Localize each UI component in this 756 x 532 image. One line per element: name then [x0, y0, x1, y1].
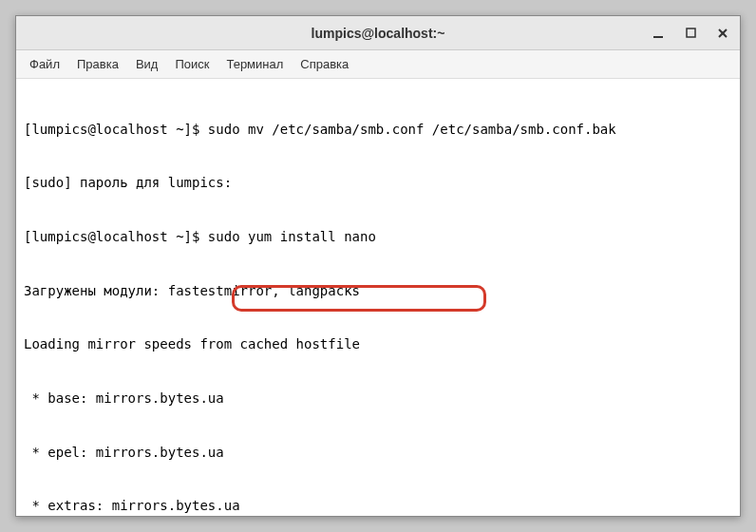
menu-file[interactable]: Файл: [22, 53, 67, 75]
menu-view[interactable]: Вид: [128, 53, 166, 75]
maximize-button[interactable]: [681, 24, 700, 43]
menu-help[interactable]: Справка: [293, 53, 356, 75]
window-controls: [649, 24, 732, 43]
terminal-line: [lumpics@localhost ~]$ sudo yum install …: [24, 228, 732, 246]
terminal-line: * base: mirrors.bytes.ua: [24, 390, 732, 408]
terminal-window: lumpics@localhost:~ Файл Правка Вид Поис…: [15, 15, 741, 517]
terminal-line: Загружены модули: fastestmirror, langpac…: [24, 282, 732, 300]
terminal-line: [lumpics@localhost ~]$ sudo mv /etc/samb…: [24, 121, 732, 139]
menubar: Файл Правка Вид Поиск Терминал Справка: [16, 50, 740, 79]
terminal-content[interactable]: [lumpics@localhost ~]$ sudo mv /etc/samb…: [16, 79, 740, 516]
window-title: lumpics@localhost:~: [312, 26, 445, 41]
titlebar[interactable]: lumpics@localhost:~: [16, 16, 740, 50]
terminal-line: [sudo] пароль для lumpics:: [24, 174, 732, 192]
terminal-line: * epel: mirrors.bytes.ua: [24, 444, 732, 462]
close-button[interactable]: [713, 24, 732, 43]
menu-edit[interactable]: Правка: [69, 53, 126, 75]
svg-rect-1: [687, 28, 695, 37]
minimize-button[interactable]: [649, 24, 668, 43]
terminal-line: Loading mirror speeds from cached hostfi…: [24, 335, 732, 353]
terminal-line: * extras: mirrors.bytes.ua: [24, 497, 732, 515]
menu-search[interactable]: Поиск: [167, 53, 217, 75]
svg-rect-0: [653, 36, 663, 38]
menu-terminal[interactable]: Терминал: [218, 53, 291, 75]
